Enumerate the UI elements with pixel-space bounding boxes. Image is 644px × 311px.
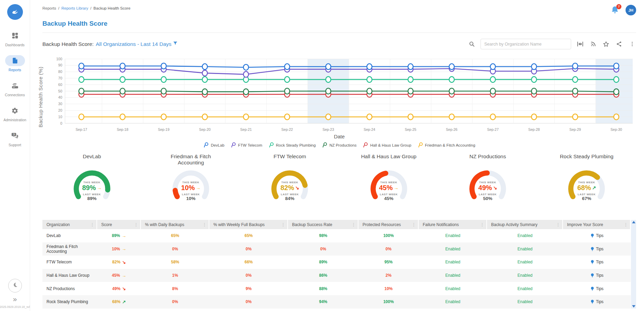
legend-item[interactable]: FTW Telecom xyxy=(231,142,262,148)
failure-notifications-cell: Enabled xyxy=(419,229,487,242)
sidebar-item-connections[interactable]: Connections xyxy=(1,80,29,97)
cell-value: Enabled xyxy=(445,247,460,251)
legend-item[interactable]: Friedman & Fitch Accounting xyxy=(418,142,475,148)
share-icon[interactable] xyxy=(615,40,623,48)
page-title: Backup Health Score xyxy=(42,20,636,27)
backup-health-chart[interactable]: 0102030405060708090100Sep-17Sep-18Sep-19… xyxy=(42,55,636,133)
last-week-label: LAST WEEK xyxy=(380,193,398,196)
avatar[interactable]: JH xyxy=(626,5,636,15)
improve-score-cell: Tips xyxy=(563,269,631,282)
sidebar-item-dashboards[interactable]: Dashboards xyxy=(1,30,29,47)
table-scrollbar[interactable] xyxy=(631,220,636,309)
last-week-label: LAST WEEK xyxy=(578,193,596,196)
legend-marker-icon xyxy=(203,142,209,148)
tips-button[interactable]: Tips xyxy=(590,299,603,304)
weekly-full-backups-cell: 0% xyxy=(209,269,288,282)
legend-marker-icon xyxy=(363,142,368,148)
y-axis-label: Backup Health Score (%) xyxy=(38,55,43,127)
kebab-menu-icon[interactable] xyxy=(628,40,636,48)
column-menu-icon[interactable]: ⋮ xyxy=(202,222,207,227)
svg-text:Sep-20: Sep-20 xyxy=(199,127,211,132)
legend-item[interactable]: DevLab xyxy=(203,142,224,148)
column-menu-icon[interactable]: ⋮ xyxy=(281,222,285,227)
sidebar-item-administration[interactable]: Administration xyxy=(1,105,29,122)
legend-label: NZ Productions xyxy=(329,143,356,147)
column-menu-icon[interactable]: ⋮ xyxy=(480,222,484,227)
cell-value: Enabled xyxy=(517,260,533,264)
svg-text:?: ? xyxy=(13,133,15,136)
fit-width-icon[interactable] xyxy=(576,40,584,48)
column-header--with-daily-backups[interactable]: % with Daily Backups⋮ xyxy=(141,220,209,229)
legend-label: FTW Telecom xyxy=(238,143,262,147)
column-label: % with Weekly Full Backups xyxy=(213,222,265,227)
weekly-full-backups-cell: 9% xyxy=(209,282,288,295)
svg-text:50: 50 xyxy=(58,89,62,93)
tips-button[interactable]: Tips xyxy=(590,273,603,278)
sidebar-item-reports[interactable]: Reports xyxy=(1,55,29,72)
cell-value: 0% xyxy=(246,273,251,278)
sidebar-item-support[interactable]: ?Support xyxy=(1,130,29,147)
column-menu-icon[interactable]: ⋮ xyxy=(352,222,356,227)
tips-button[interactable]: Tips xyxy=(590,286,603,291)
improve-score-cell: Tips xyxy=(563,295,631,309)
cell-value: 100% xyxy=(383,233,394,238)
scroll-down-icon[interactable] xyxy=(632,305,635,308)
column-header-backup-success-rate[interactable]: Backup Success Rate⋮ xyxy=(288,220,358,229)
tips-button[interactable]: Tips xyxy=(590,260,603,264)
svg-text:0: 0 xyxy=(60,121,62,125)
last-week-label: LAST WEEK xyxy=(479,193,497,196)
this-week-value: 82%↘ xyxy=(280,184,299,192)
cell-value: 66% xyxy=(245,260,253,264)
scroll-up-icon[interactable] xyxy=(632,221,635,223)
search-icon[interactable] xyxy=(468,40,476,48)
cell-value: 8% xyxy=(172,286,178,291)
dark-mode-toggle[interactable] xyxy=(8,279,22,293)
sidebar-item-label: Dashboards xyxy=(5,43,25,47)
column-menu-icon[interactable]: ⋮ xyxy=(556,222,560,227)
weekly-full-backups-cell: 0% xyxy=(209,295,288,309)
rss-feed-icon[interactable] xyxy=(589,40,597,48)
breadcrumb-reports[interactable]: Reports xyxy=(42,6,56,10)
cell-value: 1% xyxy=(172,273,178,278)
score-value: 10% xyxy=(112,247,120,251)
notifications-button[interactable]: 7 xyxy=(610,5,620,15)
column-header-backup-activity-summary[interactable]: Backup Activity Summary⋮ xyxy=(487,220,563,229)
column-header-protected-resources[interactable]: Protected Resources⋮ xyxy=(358,220,419,229)
breadcrumb-reports-library[interactable]: Reports Library xyxy=(61,6,88,10)
app-logo[interactable] xyxy=(7,4,23,20)
column-menu-icon[interactable]: ⋮ xyxy=(90,222,94,227)
sidebar-item-label: Connections xyxy=(5,93,25,97)
trend-arrow-icon: ↗ xyxy=(122,299,126,304)
legend-item[interactable]: NZ Productions xyxy=(322,142,356,148)
last-week-value: 89% xyxy=(87,196,96,201)
legend-marker-icon xyxy=(231,142,236,148)
column-header--with-weekly-full-backups[interactable]: % with Weekly Full Backups⋮ xyxy=(209,220,288,229)
sidebar-expand-button[interactable]: » xyxy=(13,295,17,302)
daily-backups-cell: 1% xyxy=(141,269,209,282)
cell-value: 0% xyxy=(246,247,251,251)
report-toolbar-actions xyxy=(468,39,636,49)
report-filter: Backup Health Score: All Organizations -… xyxy=(42,41,178,47)
svg-text:100: 100 xyxy=(56,57,62,61)
column-menu-icon[interactable]: ⋮ xyxy=(134,222,138,227)
column-header-organization[interactable]: Organization⋮ xyxy=(42,220,97,229)
score-cell: 82%↘ xyxy=(97,256,141,269)
connections-icon xyxy=(5,80,25,91)
column-menu-icon[interactable]: ⋮ xyxy=(412,222,416,227)
gauge-card-ftw-telecom: FTW TelecomTHIS WEEK82%↘LAST WEEK84% xyxy=(240,153,339,208)
favorite-star-icon[interactable] xyxy=(602,40,610,48)
column-header-improve-your-score[interactable]: Improve Your Score⋮ xyxy=(563,220,631,229)
tips-button[interactable]: Tips xyxy=(590,233,603,238)
column-header-failure-notifications[interactable]: Failure Notifications⋮ xyxy=(419,220,487,229)
filter-value-button[interactable]: All Organizations - Last 14 Days xyxy=(96,41,178,47)
this-week-value: 45%→ xyxy=(379,184,398,192)
column-menu-icon[interactable]: ⋮ xyxy=(624,222,628,227)
svg-text:20: 20 xyxy=(58,108,62,112)
last-week-label: LAST WEEK xyxy=(281,193,299,196)
legend-item[interactable]: Rock Steady Plumbing xyxy=(268,142,316,148)
search-input[interactable] xyxy=(481,39,571,49)
lightbulb-icon xyxy=(590,233,595,238)
legend-item[interactable]: Hall & Haus Law Group xyxy=(363,142,411,148)
tips-button[interactable]: Tips xyxy=(590,247,603,251)
column-header-score[interactable]: Score⋮ xyxy=(97,220,141,229)
